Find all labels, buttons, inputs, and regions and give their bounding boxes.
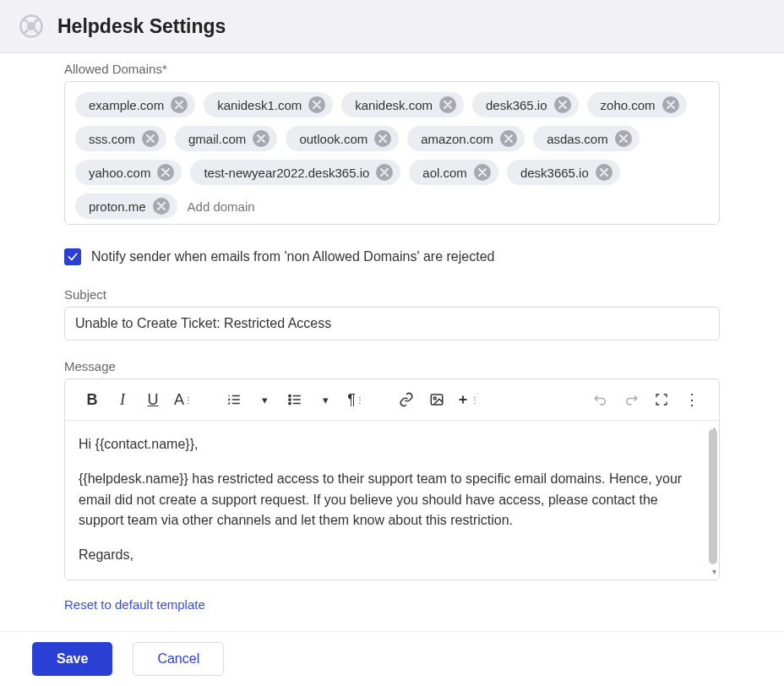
remove-domain-icon[interactable] [662,96,679,113]
remove-domain-icon[interactable] [376,164,393,181]
editor-scrollbar[interactable] [709,429,717,564]
domain-chip-label: example.com [89,98,164,112]
message-greeting: Hi {{contact.name}}, [79,434,695,455]
ordered-list-dropdown-icon[interactable]: ▾ [251,386,278,413]
svg-point-2 [289,395,291,396]
page-header: Helpdesk Settings [0,0,784,53]
paragraph-format-icon[interactable]: ¶⋮ [342,386,369,413]
remove-domain-icon[interactable] [439,96,456,113]
undo-icon[interactable] [587,386,614,413]
domain-chip-label: zoho.com [601,98,656,112]
domain-chip-label: amazon.com [421,132,493,146]
domain-chip: sss.com [75,126,166,151]
domain-chip: outlook.com [286,126,399,151]
allowed-domains-label: Allowed Domains* [64,62,720,76]
font-size-icon[interactable]: A⋮ [170,386,197,413]
remove-domain-icon[interactable] [253,130,270,147]
notify-label: Notify sender when emails from 'non Allo… [91,249,494,264]
helpdesk-icon [17,12,46,41]
domain-chip: aol.com [409,160,498,185]
allowed-domains-box[interactable]: example.comkanidesk1.comkanidesk.comdesk… [64,81,720,225]
fullscreen-icon[interactable] [648,386,675,413]
domain-chip: desk3665.io [507,160,620,185]
message-paragraph: {{helpdesk.name}} has restricted access … [79,469,695,531]
domain-chip-label: aol.com [422,166,467,180]
message-signoff: Regards, [79,545,695,566]
save-button[interactable]: Save [32,642,112,676]
remove-domain-icon[interactable] [500,130,517,147]
unordered-list-icon[interactable] [281,386,308,413]
ordered-list-icon[interactable] [220,386,248,413]
domain-chip: asdas.com [533,126,640,151]
domain-chip: kanidesk.com [341,92,464,117]
domain-chip-label: kanidesk1.com [217,98,302,112]
editor-toolbar: B I U A⋮ ▾ ▾ ¶⋮ [65,379,719,421]
page-title: Helpdesk Settings [57,15,226,38]
remove-domain-icon[interactable] [596,164,612,181]
image-icon[interactable] [423,386,450,413]
remove-domain-icon[interactable] [554,96,571,113]
remove-domain-icon[interactable] [308,96,325,113]
domain-chip-label: asdas.com [547,132,608,146]
domain-chip: kanidesk1.com [204,92,333,117]
domain-chip: desk365.io [472,92,579,117]
domain-chip: test-newyear2022.desk365.io [190,160,400,185]
domain-chip-label: desk365.io [486,98,547,112]
remove-domain-icon[interactable] [615,130,632,147]
link-icon[interactable] [393,386,420,413]
domain-chip: yahoo.com [75,160,182,185]
notify-checkbox-row: Notify sender when emails from 'non Allo… [64,248,720,265]
domain-chip-label: kanidesk.com [355,98,433,112]
domain-chip: gmail.com [175,126,277,151]
domain-chip-label: desk3665.io [520,166,589,180]
domain-chip-label: yahoo.com [89,166,150,180]
remove-domain-icon[interactable] [374,130,391,147]
subject-label: Subject [64,287,720,302]
message-label: Message [64,359,720,373]
domain-chip-label: test-newyear2022.desk365.io [204,166,369,180]
insert-more-icon[interactable]: ⋮ [454,386,481,413]
italic-icon[interactable]: I [109,386,136,413]
domain-chip: zoho.com [587,92,687,117]
underline-icon[interactable]: U [139,386,166,413]
domain-chip-label: gmail.com [188,132,246,146]
unordered-list-dropdown-icon[interactable]: ▾ [312,386,339,413]
bold-icon[interactable]: B [79,386,106,413]
svg-point-6 [433,397,436,400]
message-editor: B I U A⋮ ▾ ▾ ¶⋮ [64,378,720,580]
message-body[interactable]: ▴ Hi {{contact.name}}, {{helpdesk.name}}… [65,421,719,580]
domain-chip-label: proton.me [89,199,146,214]
cancel-button[interactable]: Cancel [133,642,224,676]
remove-domain-icon[interactable] [153,198,170,215]
domain-chip: proton.me [75,193,177,219]
redo-icon[interactable] [618,386,645,413]
remove-domain-icon[interactable] [142,130,159,147]
domain-chip: amazon.com [407,126,525,151]
reset-template-link[interactable]: Reset to default template [64,597,205,612]
subject-input[interactable] [64,307,720,340]
notify-checkbox[interactable] [64,248,81,265]
remove-domain-icon[interactable] [157,164,174,181]
scroll-down-icon[interactable]: ▾ [712,565,716,579]
more-options-icon[interactable]: ⋮ [678,386,705,413]
add-domain-input[interactable] [186,193,350,219]
domain-chip-label: sss.com [89,132,135,146]
svg-point-4 [289,402,291,404]
remove-domain-icon[interactable] [474,164,491,181]
svg-point-1 [27,22,35,30]
svg-point-3 [289,399,291,400]
footer-actions: Save Cancel [0,631,784,686]
remove-domain-icon[interactable] [171,96,188,113]
domain-chip-label: outlook.com [299,132,368,146]
domain-chip: example.com [75,92,195,117]
